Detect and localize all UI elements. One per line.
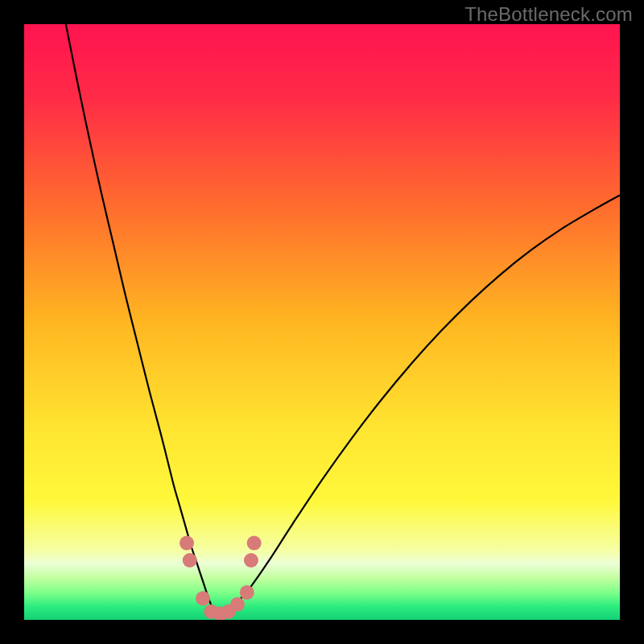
plot-area: [24, 24, 620, 620]
data-marker: [180, 536, 194, 551]
data-marker: [247, 536, 262, 551]
watermark-text: TheBottleneck.com: [464, 3, 633, 26]
curve-left-branch: [66, 24, 215, 614]
chart-frame: TheBottleneck.com: [0, 0, 644, 644]
data-marker: [244, 553, 258, 568]
curve-layer: [24, 24, 620, 620]
data-marker: [196, 591, 210, 605]
data-marker: [230, 597, 245, 612]
data-marker: [183, 553, 197, 568]
curve-right-branch: [215, 195, 620, 614]
data-marker: [240, 585, 254, 600]
